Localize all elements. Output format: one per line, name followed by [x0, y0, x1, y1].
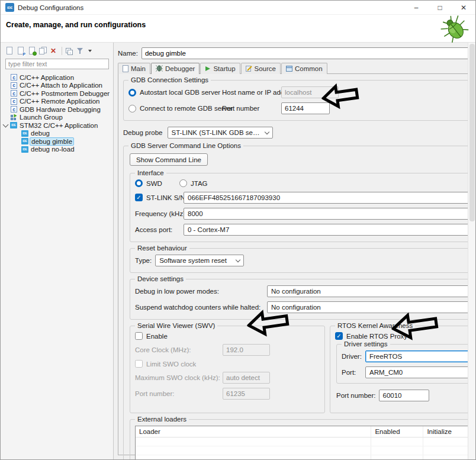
column-enabled[interactable]: Enabled	[371, 426, 423, 437]
export-icon[interactable]	[28, 47, 36, 55]
filter-input[interactable]	[5, 59, 109, 69]
low-power-label: Debug in low power modes:	[135, 288, 267, 295]
name-input[interactable]	[141, 47, 476, 59]
debug-probe-select[interactable]: ST-LINK (ST-LINK GDB server)	[168, 127, 273, 139]
jtag-radio[interactable]: JTAG	[179, 179, 208, 187]
delete-icon[interactable]: ✕	[50, 47, 59, 55]
access-port-select[interactable]: 0 - Cortex-M7	[184, 224, 476, 236]
tree-item-stm32-application[interactable]: IDE STM32 C/C++ Application	[1, 121, 113, 130]
group-title: Device settings	[135, 275, 186, 282]
new-configuration-icon[interactable]	[5, 47, 14, 55]
group-title: RTOS Kernel Awareness	[335, 322, 415, 329]
connect-remote-gdb-radio[interactable]: Connect to remote GDB server	[128, 105, 222, 112]
startup-play-icon	[205, 66, 211, 72]
group-title: GDB Server Command Line Options	[128, 142, 243, 149]
driver-select[interactable]: FreeRTOS	[365, 350, 476, 362]
swd-radio[interactable]: SWD	[135, 179, 179, 187]
swv-enable-checkbox[interactable]: Enable	[135, 332, 320, 340]
collapse-all-icon[interactable]: --	[65, 47, 73, 55]
tree-item-debug-gimble[interactable]: IDE debug gimble	[1, 137, 113, 146]
vertical-scrollbar[interactable]	[468, 43, 475, 460]
tree-item-debug[interactable]: IDE debug	[1, 130, 113, 138]
checkbox-icon[interactable]	[335, 332, 343, 340]
debug-probe-label: Debug probe	[123, 129, 163, 136]
loaders-table-header: Loader Enabled Initialize	[136, 426, 476, 438]
c-application-icon: c	[11, 106, 17, 112]
rtos-port-select[interactable]: ARM_CM0	[365, 366, 476, 378]
watchdog-select[interactable]: No configuration	[267, 301, 476, 313]
rtos-group: RTOS Kernel Awareness Enable RTOS Proxy …	[330, 326, 476, 413]
radio-icon[interactable]	[128, 89, 136, 96]
window-title: Debug Configurations	[18, 4, 83, 11]
stm32-ide-icon: IDE	[10, 122, 17, 128]
tab-main[interactable]: Main	[118, 63, 150, 74]
duplicate-icon[interactable]	[39, 47, 47, 55]
new-prototype-icon[interactable]: P	[17, 47, 25, 55]
loaders-table-row[interactable]	[136, 455, 476, 460]
tab-debugger[interactable]: Debugger	[151, 63, 200, 74]
chevron-down-icon	[264, 129, 269, 134]
max-swo-input	[223, 372, 270, 384]
core-clock-input	[223, 344, 270, 356]
editor-tabs: Main Debugger Startup	[118, 63, 476, 74]
show-command-line-button[interactable]: Show Command Line	[130, 153, 208, 166]
minimize-button[interactable]: –	[404, 1, 428, 14]
radio-icon[interactable]	[135, 179, 143, 187]
group-title: GDB Connection Settings	[128, 76, 211, 83]
rtos-proxy-checkbox[interactable]: Enable RTOS Proxy	[335, 332, 476, 340]
title-bar: IDE Debug Configurations – □ ✕	[1, 1, 475, 15]
tab-common[interactable]: Common	[281, 63, 327, 74]
tree-item-gdb-hardware[interactable]: c GDB Hardware Debugging	[1, 105, 113, 114]
tab-source[interactable]: Source	[241, 63, 281, 74]
loaders-table-row[interactable]	[136, 446, 476, 455]
stm32-ide-icon: IDE	[21, 130, 28, 137]
c-application-icon: c	[11, 82, 17, 89]
checkbox-icon[interactable]	[135, 332, 143, 340]
driver-label: Driver:	[342, 353, 365, 360]
page-icon	[123, 65, 128, 72]
stlink-sn-select[interactable]: 066EFF485251667187093930	[184, 192, 476, 204]
swv-port-input	[223, 388, 270, 400]
configuration-tree: c C/C++ Application c C/C++ Attach to Ap…	[1, 72, 113, 153]
maximize-button[interactable]: □	[428, 1, 452, 14]
filter-menu-icon[interactable]	[88, 50, 92, 52]
expander-chevron-icon[interactable]	[3, 121, 9, 127]
group-title: Driver settings	[342, 340, 390, 348]
port-number-label: Port number	[222, 105, 281, 112]
name-label: Name:	[118, 50, 138, 57]
debugger-bug-icon	[156, 65, 163, 72]
tab-startup[interactable]: Startup	[200, 63, 240, 74]
low-power-select[interactable]: No configuration	[267, 285, 476, 297]
tree-item-cpp-attach[interactable]: c C/C++ Attach to Application	[1, 82, 113, 90]
max-swo-label: Maximum SWO clock (kHz):	[135, 374, 223, 381]
loaders-table[interactable]: Loader Enabled Initialize	[135, 426, 476, 460]
stlink-sn-checkbox[interactable]: ST-LINK S/N	[135, 194, 184, 201]
close-button[interactable]: ✕	[452, 1, 475, 14]
rtos-port-number-input[interactable]	[379, 390, 429, 401]
tree-item-debug-no-load[interactable]: IDE debug no-load	[1, 146, 113, 154]
radio-icon[interactable]	[128, 105, 136, 112]
column-loader[interactable]: Loader	[136, 426, 371, 437]
reset-type-select[interactable]: Software system reset	[155, 255, 244, 266]
core-clock-label: Core Clock (MHz):	[135, 346, 223, 353]
checkbox-icon[interactable]	[135, 194, 143, 201]
c-application-icon: c	[11, 74, 17, 81]
frequency-label: Frequency (kHz):	[135, 210, 184, 217]
gdb-port-input[interactable]	[281, 102, 330, 114]
tree-item-cpp-postmortem[interactable]: c C/C++ Postmortem Debugger	[1, 89, 113, 98]
tree-item-cpp-remote[interactable]: c C/C++ Remote Application	[1, 98, 113, 106]
loaders-table-row[interactable]	[136, 438, 476, 446]
tree-item-cpp-application[interactable]: c C/C++ Application	[1, 73, 113, 82]
group-title: Reset behaviour	[135, 245, 189, 252]
common-window-icon	[286, 66, 292, 72]
sidebar-toolbar: P ✕ --	[1, 45, 113, 59]
frequency-select[interactable]: 8000	[184, 208, 476, 220]
radio-icon[interactable]	[179, 179, 187, 187]
filter-icon[interactable]	[76, 47, 85, 55]
group-title: Serial Wire Viewer (SWV)	[135, 322, 217, 329]
dialog-header: Create, manage, and run configurations	[1, 15, 475, 43]
stm32-ide-icon: IDE	[21, 146, 28, 153]
autostart-local-gdb-radio[interactable]: Autostart local GDB server	[128, 89, 222, 96]
stm32-ide-icon: IDE	[21, 138, 28, 144]
tree-item-launch-group[interactable]: Launch Group	[1, 114, 113, 122]
